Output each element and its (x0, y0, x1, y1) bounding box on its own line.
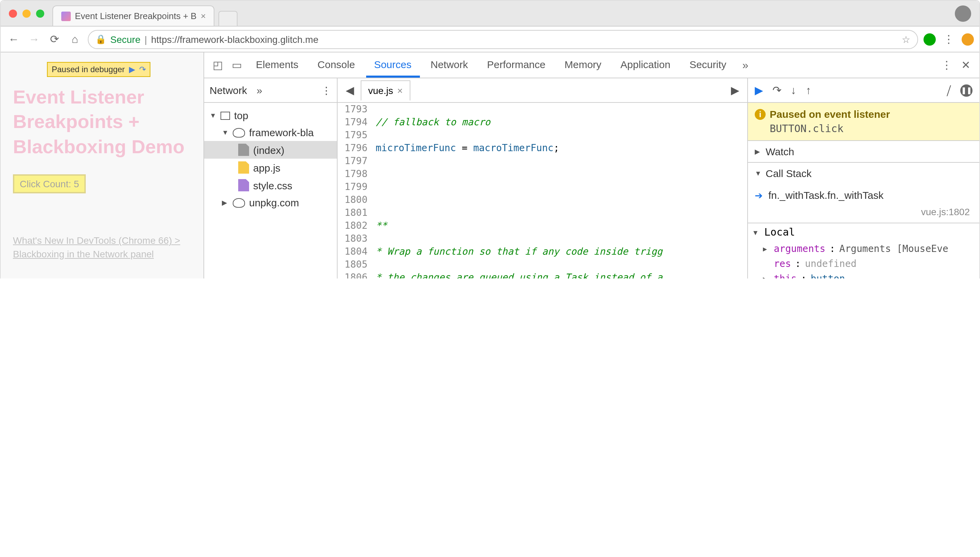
titlebar: Event Listener Breakpoints + B × (1, 1, 979, 26)
paused-badge: Paused in debugger ▶ ↷ (47, 62, 151, 77)
menu-icon[interactable]: ⋮ (941, 32, 956, 47)
tab-close-icon[interactable]: × (201, 11, 206, 21)
pause-exception-icon[interactable]: ❚❚ (960, 84, 972, 96)
tab-performance[interactable]: Performance (479, 53, 553, 77)
more-nav-icon[interactable]: » (256, 85, 262, 96)
cloud-icon (233, 128, 245, 137)
minimize-window-button[interactable] (23, 9, 31, 17)
code-editor[interactable]: 1793179417951796179717981799180018011802… (337, 103, 747, 278)
watch-section[interactable]: ▶Watch (748, 141, 979, 163)
maximize-window-button[interactable] (36, 9, 44, 17)
tab-memory[interactable]: Memory (557, 53, 609, 77)
home-button[interactable]: ⌂ (67, 32, 82, 47)
stack-frame-location: vue.js:1802 (748, 204, 979, 220)
debugger-toolbar: ▶ ↷ ↓ ↑ ⧸ ❚❚ (748, 78, 979, 103)
step-icon[interactable]: ↷ (139, 65, 146, 74)
navigator-panel: Network » ⋮ ▼ top ▼ framework-bla (204, 78, 337, 278)
nav-fwd-icon[interactable]: ▶ (727, 84, 743, 97)
file-icon (238, 161, 249, 174)
debugger-panel: ▶ ↷ ↓ ↑ ⧸ ❚❚ i Paused on event listener (748, 78, 979, 278)
browser-tab[interactable]: Event Listener Breakpoints + B × (52, 5, 215, 26)
address-bar[interactable]: 🔒 Secure | https://framework-blackboxing… (88, 29, 918, 49)
scope-var[interactable]: res: undefined (748, 256, 979, 271)
page-content: Paused in debugger ▶ ↷ Event Listener Br… (1, 52, 203, 278)
tab-application[interactable]: Application (612, 53, 678, 77)
extension-icon[interactable] (962, 33, 974, 45)
scope-local[interactable]: ▼Local (748, 223, 979, 241)
deactivate-breakpoints-icon[interactable]: ⧸ (947, 84, 951, 96)
paused-text: Paused in debugger (52, 65, 125, 74)
devtools-tabs: ◰ ▭ Elements Console Sources Network Per… (204, 52, 979, 78)
tree-file-stylecss[interactable]: style.css (204, 176, 337, 194)
extension-icon[interactable] (923, 33, 936, 45)
stack-frame[interactable]: ➔ fn._withTask.fn._withTask (748, 187, 979, 204)
settings-icon[interactable]: ⋮ (938, 57, 955, 73)
callstack-section: ▼Call Stack ➔ fn._withTask.fn._withTask … (748, 163, 979, 223)
navigator-header: Network » ⋮ (204, 78, 337, 103)
navigator-tab[interactable]: Network (209, 85, 247, 96)
back-button[interactable]: ← (6, 32, 21, 47)
nav-menu-icon[interactable]: ⋮ (321, 84, 331, 96)
page-link[interactable]: What's New In DevTools (Chrome 66) > Bla… (13, 234, 191, 261)
callstack-header[interactable]: ▼Call Stack (748, 163, 979, 184)
close-devtools-icon[interactable]: ✕ (957, 57, 974, 73)
line-gutter: 1793179417951796179717981799180018011802… (337, 103, 373, 278)
scope-section: ▼Local ▶arguments: Arguments [MouseEve r… (748, 223, 979, 278)
favicon-icon (61, 11, 71, 21)
scope-var[interactable]: ▶arguments: Arguments [MouseEve (748, 241, 979, 256)
current-frame-icon: ➔ (755, 190, 763, 200)
paused-title: Paused on event listener (770, 108, 890, 120)
step-into-icon[interactable]: ↓ (791, 84, 796, 96)
more-tabs-icon[interactable]: » (737, 57, 754, 73)
page-title: Event Listener Breakpoints + Blackboxing… (13, 85, 191, 160)
secure-label: Secure (110, 34, 141, 45)
tree-file-appjs[interactable]: app.js (204, 159, 337, 176)
editor-panel: ◀ vue.js × ▶ 179317941795179617971798179… (337, 78, 748, 278)
new-tab-button[interactable] (219, 11, 238, 26)
click-count-button[interactable]: Click Count: 5 (13, 174, 86, 194)
device-icon[interactable]: ▭ (229, 57, 245, 73)
close-tab-icon[interactable]: × (397, 85, 402, 96)
nav-back-icon[interactable]: ◀ (342, 84, 358, 97)
editor-tab[interactable]: vue.js × (361, 80, 410, 101)
reload-button[interactable]: ⟳ (47, 32, 62, 47)
file-tree: ▼ top ▼ framework-bla (index) (204, 103, 337, 278)
browser-tabs: Event Listener Breakpoints + B × (52, 1, 238, 26)
editor-tabs: ◀ vue.js × ▶ (337, 78, 747, 103)
inspect-icon[interactable]: ◰ (209, 57, 226, 73)
cloud-icon (233, 198, 245, 207)
tab-title: Event Listener Breakpoints + B (75, 11, 197, 21)
url-text: https://framework-blackboxing.glitch.me (151, 34, 318, 45)
tree-file-index[interactable]: (index) (204, 141, 337, 159)
paused-detail: BUTTON.click (755, 122, 972, 135)
step-over-icon[interactable]: ↷ (772, 84, 781, 97)
paused-info: i Paused on event listener BUTTON.click (748, 103, 979, 141)
tree-domain[interactable]: ▼ framework-bla (204, 124, 337, 141)
tab-sources[interactable]: Sources (366, 53, 420, 77)
tab-security[interactable]: Security (681, 53, 734, 77)
window-controls (1, 9, 52, 17)
info-icon: i (755, 109, 766, 119)
browser-toolbar: ← → ⟳ ⌂ 🔒 Secure | https://framework-bla… (1, 26, 979, 52)
tab-console[interactable]: Console (309, 53, 363, 77)
user-avatar-icon[interactable] (955, 5, 971, 21)
tree-domain[interactable]: ▶ unpkg.com (204, 194, 337, 211)
bookmark-star-icon[interactable]: ☆ (902, 34, 910, 45)
devtools: ◰ ▭ Elements Console Sources Network Per… (203, 52, 979, 278)
resume-icon[interactable]: ▶ (129, 65, 135, 74)
tab-network[interactable]: Network (422, 53, 476, 77)
code-body[interactable]: // fallback to macro microTimerFunc = ma… (373, 103, 747, 278)
file-icon (238, 179, 249, 191)
tab-elements[interactable]: Elements (248, 53, 307, 77)
scope-var[interactable]: ▶this: button (748, 271, 979, 278)
close-window-button[interactable] (9, 9, 17, 17)
resume-icon[interactable]: ▶ (755, 84, 763, 97)
lock-icon: 🔒 (95, 34, 106, 44)
step-out-icon[interactable]: ↑ (806, 84, 811, 96)
file-icon (238, 144, 249, 156)
forward-button[interactable]: → (26, 32, 42, 47)
frame-icon (221, 111, 230, 119)
tree-top[interactable]: ▼ top (204, 107, 337, 124)
